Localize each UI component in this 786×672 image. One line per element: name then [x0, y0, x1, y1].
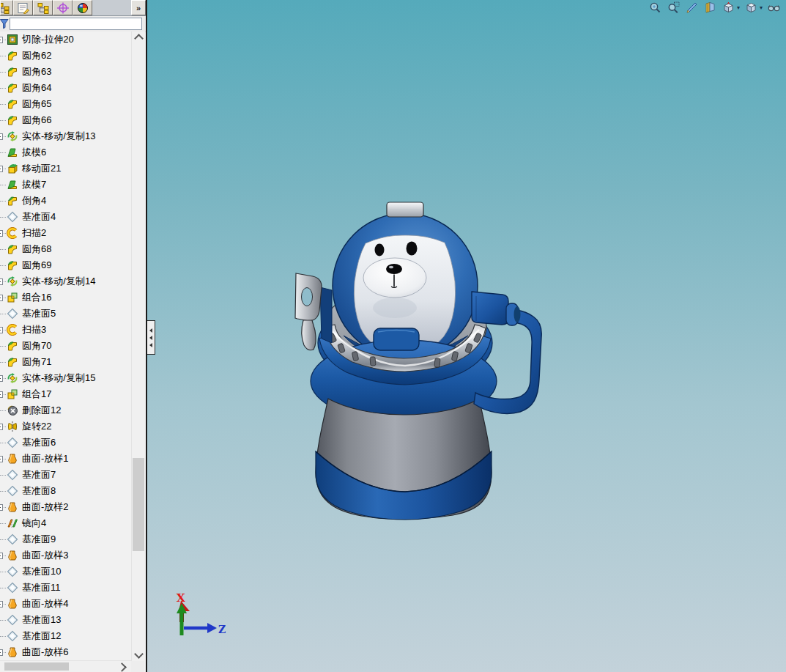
dimxpertmanager-tab[interactable] [53, 0, 73, 15]
tree-item[interactable]: 扫描3 [0, 322, 131, 338]
scroll-up-arrow[interactable] [134, 34, 144, 43]
view-orientation-icon[interactable] [722, 1, 735, 15]
expand-toggle[interactable] [0, 230, 3, 237]
tree-item[interactable]: 基准面10 [0, 564, 131, 580]
fillet-icon [7, 98, 18, 110]
zoom-to-fit-icon[interactable] [648, 1, 662, 15]
hide-show-items-icon[interactable] [767, 1, 781, 15]
feature-label: 删除面12 [22, 404, 61, 417]
feature-label: 镜向4 [22, 517, 46, 530]
triad-z-label: Z [218, 624, 226, 635]
tree-item[interactable]: 圆角64 [0, 80, 131, 96]
tree-item[interactable]: 组合16 [0, 289, 131, 306]
tree-item[interactable]: 基准面13 [0, 612, 131, 628]
tree-item[interactable]: 旋转22 [0, 418, 131, 435]
tree-filter-input[interactable] [10, 18, 142, 30]
expand-toggle[interactable] [0, 601, 3, 608]
expand-toggle[interactable] [0, 327, 3, 333]
tree-item[interactable]: 镜向4 [0, 515, 131, 531]
tree-item[interactable]: 圆角70 [0, 338, 131, 354]
feature-label: 实体-移动/复制14 [22, 275, 95, 288]
vertical-scroll-thumb[interactable] [133, 458, 144, 551]
tree-item[interactable]: 切除-拉伸20 [0, 32, 131, 48]
expand-toggle[interactable] [0, 375, 3, 382]
expand-toggle[interactable] [0, 295, 3, 301]
expand-toggle[interactable] [0, 391, 3, 398]
tree-item[interactable]: 基准面9 [0, 531, 131, 547]
expand-toggle[interactable] [0, 37, 3, 43]
view-orientation-dropdown[interactable]: ▾ [737, 1, 740, 15]
tree-item[interactable]: 基准面4 [0, 209, 131, 225]
horizontal-scroll-thumb[interactable] [4, 662, 69, 671]
tree-item[interactable]: 移动面21 [0, 160, 131, 177]
tree-item[interactable]: 基准面7 [0, 467, 131, 483]
expand-toggle[interactable] [0, 166, 3, 172]
panel-collapse-handle[interactable] [147, 320, 155, 355]
surface-loft-icon [7, 501, 18, 513]
expand-toggle[interactable] [0, 424, 3, 430]
fillet-icon [7, 66, 18, 78]
feature-label: 拔模7 [22, 178, 46, 191]
section-view-icon[interactable] [703, 1, 717, 15]
tree-item[interactable]: 基准面6 [0, 435, 131, 451]
feature-label: 基准面9 [22, 533, 56, 546]
chamfer-icon [7, 195, 18, 207]
tree-item[interactable]: 圆角66 [0, 112, 131, 128]
tree-item[interactable]: 基准面8 [0, 483, 131, 499]
panel-tabs-overflow-button[interactable]: » [131, 0, 146, 15]
tree-item[interactable]: 基准面11 [0, 580, 131, 596]
expand-toggle[interactable] [0, 553, 3, 559]
tree-item[interactable]: 倒角4 [0, 193, 131, 209]
tree-item[interactable]: 实体-移动/复制14 [0, 273, 131, 289]
mirror-icon [7, 517, 18, 529]
propertymanager-tab[interactable] [13, 0, 33, 15]
scroll-right-arrow[interactable] [117, 662, 127, 672]
zoom-to-area-icon[interactable] [667, 1, 681, 15]
plane-icon [7, 533, 18, 545]
expand-toggle[interactable] [0, 456, 3, 462]
move-copy-icon [7, 276, 18, 287]
tree-horizontal-scrollbar[interactable] [0, 660, 131, 672]
scroll-down-arrow[interactable] [134, 649, 144, 659]
featuremanager-tree-tab[interactable] [0, 0, 13, 15]
expand-toggle[interactable] [0, 649, 3, 656]
expand-toggle[interactable] [0, 133, 3, 140]
expand-toggle[interactable] [0, 278, 3, 285]
tree-item[interactable]: 扫描2 [0, 225, 131, 241]
tree-item[interactable]: 实体-移动/复制15 [0, 370, 131, 386]
tree-item[interactable]: 圆角65 [0, 96, 131, 112]
tree-item[interactable]: 曲面-放样2 [0, 499, 131, 515]
move-face-icon [7, 163, 18, 174]
tree-item[interactable]: 组合17 [0, 386, 131, 402]
previous-view-icon[interactable] [685, 1, 699, 15]
tree-item[interactable]: 曲面-放样1 [0, 451, 131, 467]
expand-toggle[interactable] [0, 504, 3, 511]
tree-vertical-scrollbar[interactable] [131, 32, 145, 661]
tree-item[interactable]: 基准面12 [0, 628, 131, 644]
display-style-dropdown[interactable]: ▾ [760, 1, 763, 15]
tab-spacer [92, 0, 131, 15]
feature-label: 基准面5 [22, 307, 56, 320]
fillet-icon [7, 340, 18, 352]
tree-item[interactable]: 拔模7 [0, 177, 131, 193]
display-style-icon[interactable] [744, 1, 758, 15]
tree-item[interactable]: 基准面5 [0, 306, 131, 322]
tree-item[interactable]: 删除面12 [0, 402, 131, 418]
tree-item[interactable]: 曲面-放样6 [0, 644, 131, 660]
cut-extrude-icon [7, 34, 18, 45]
tree-item[interactable]: 曲面-放样3 [0, 547, 131, 564]
tree-item[interactable]: 圆角68 [0, 241, 131, 257]
tree-item[interactable]: 圆角63 [0, 64, 131, 80]
tree-item[interactable]: 拔模6 [0, 144, 131, 160]
configurationmanager-tab[interactable] [33, 0, 53, 15]
3d-viewport[interactable]: X Z [147, 0, 786, 672]
fillet-icon [7, 114, 18, 126]
displaymanager-tab[interactable] [73, 0, 92, 15]
tree-item[interactable]: 实体-移动/复制13 [0, 128, 131, 144]
delete-face-icon [7, 405, 18, 416]
tree-item[interactable]: 曲面-放样4 [0, 596, 131, 612]
tree-item[interactable]: 圆角71 [0, 354, 131, 370]
featuremanager-panel: » 切除-拉伸20 圆角62 圆角63 圆角64 圆角65 圆角66 [0, 0, 147, 672]
tree-item[interactable]: 圆角69 [0, 257, 131, 273]
tree-item[interactable]: 圆角62 [0, 48, 131, 64]
